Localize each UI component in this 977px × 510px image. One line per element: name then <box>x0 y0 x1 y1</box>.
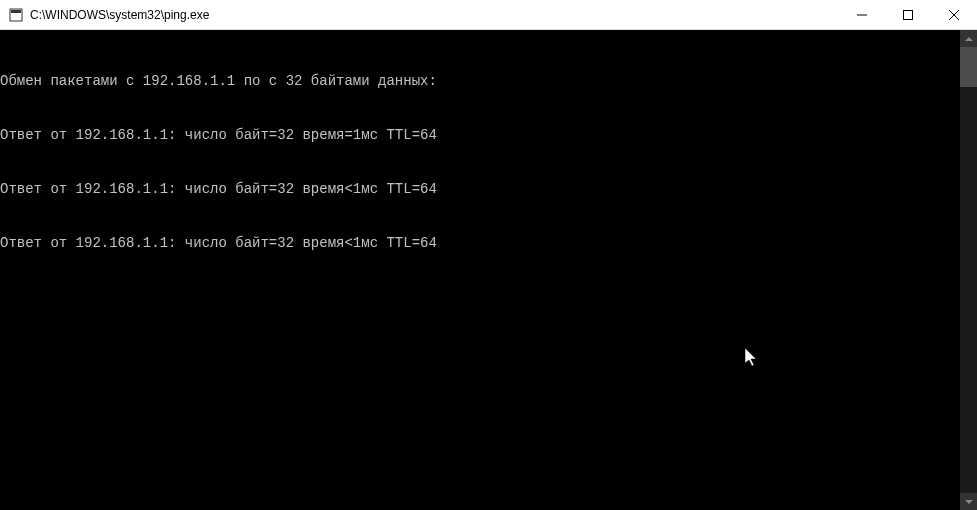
titlebar[interactable]: C:\WINDOWS\system32\ping.exe <box>0 0 977 30</box>
content-wrapper: Обмен пакетами с 192.168.1.1 по с 32 бай… <box>0 30 977 510</box>
svg-rect-3 <box>904 10 913 19</box>
app-icon <box>8 7 24 23</box>
console-line: Ответ от 192.168.1.1: число байт=32 врем… <box>0 234 960 252</box>
console-line: Ответ от 192.168.1.1: число байт=32 врем… <box>0 126 960 144</box>
scrollbar-down-button[interactable] <box>960 493 977 510</box>
vertical-scrollbar[interactable] <box>960 30 977 510</box>
console-line: Ответ от 192.168.1.1: число байт=32 врем… <box>0 180 960 198</box>
minimize-button[interactable] <box>839 0 885 29</box>
console-output[interactable]: Обмен пакетами с 192.168.1.1 по с 32 бай… <box>0 30 960 510</box>
console-line: Обмен пакетами с 192.168.1.1 по с 32 бай… <box>0 72 960 90</box>
console-window: C:\WINDOWS\system32\ping.exe Обме <box>0 0 977 510</box>
scrollbar-up-button[interactable] <box>960 30 977 47</box>
maximize-button[interactable] <box>885 0 931 29</box>
chevron-down-icon <box>965 500 973 504</box>
chevron-up-icon <box>965 37 973 41</box>
svg-rect-1 <box>11 10 21 13</box>
window-controls <box>839 0 977 29</box>
window-title: C:\WINDOWS\system32\ping.exe <box>30 8 839 22</box>
close-button[interactable] <box>931 0 977 29</box>
scrollbar-thumb[interactable] <box>960 47 977 87</box>
